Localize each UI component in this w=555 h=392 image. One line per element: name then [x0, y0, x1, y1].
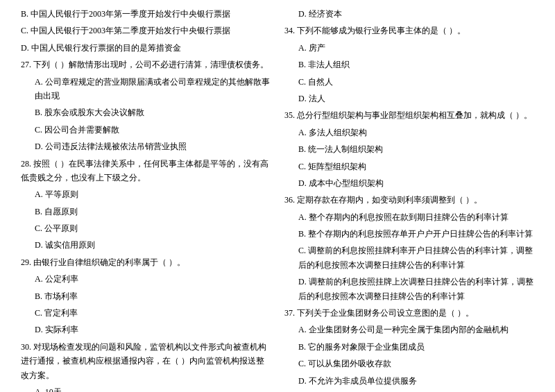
q27b-text: B. 股东会或股东大会决议解散 [21, 105, 271, 119]
q35b-text: B. 统一法人制组织架构 [284, 142, 534, 156]
question-29a: A. 公定利率 [21, 272, 271, 286]
q27c-text: C. 因公司合并需要解散 [21, 123, 271, 137]
question-28b: B. 自愿原则 [21, 205, 271, 219]
q36d-text: D. 调整前的利息按照挂牌上次调整日挂牌公告的利率计算，调整后的利息按照本次调整… [284, 275, 534, 303]
q37c-text: C. 可以从集团外吸收存款 [284, 357, 534, 370]
q30a-text: A. 10天 [21, 385, 271, 392]
question-d-zhongguo3: D. 中国人民银行发行票据的目的是筹措资金 [21, 41, 271, 55]
question-34d: D. 法人 [284, 92, 534, 105]
question-29: 29. 由银行业自律组织确定的利率属于（ ）。 [21, 255, 271, 269]
q29-text: 29. 由银行业自律组织确定的利率属于（ ）。 [21, 255, 271, 269]
question-28c: C. 公平原则 [21, 221, 271, 235]
q-b-zhongguo1-text: B. 中国人民银行于2003年第一季度开始发行中央银行票据 [21, 7, 271, 21]
question-35c: C. 矩阵型组织架构 [284, 160, 534, 173]
q35a-text: A. 多法人组织架构 [284, 126, 534, 139]
q29c-text: C. 官定利率 [21, 306, 271, 320]
question-35b: B. 统一法人制组织架构 [284, 142, 534, 156]
question-27: 27. 下列（ ）解散情形出现时，公司不必进行清算，清理债权债务。 [21, 58, 271, 71]
q36a-text: A. 整个存期内的利息按照在款到期日挂牌公告的利率计算 [284, 210, 534, 224]
question-36a: A. 整个存期内的利息按照在款到期日挂牌公告的利率计算 [284, 210, 534, 224]
q35d-text: D. 成本中心型组织架构 [284, 176, 534, 190]
question-34a: A. 房产 [284, 41, 534, 55]
q36-text: 36. 定期存款在存期内，如变动则利率须调整到（ ）。 [284, 193, 534, 207]
two-column-layout: B. 中国人民银行于2003年第一季度开始发行中央银行票据 C. 中国人民银行于… [21, 7, 534, 392]
q29b-text: B. 市场利率 [21, 289, 271, 303]
page-content: B. 中国人民银行于2003年第一季度开始发行中央银行票据 C. 中国人民银行于… [21, 7, 534, 392]
question-35d: D. 成本中心型组织架构 [284, 176, 534, 190]
question-37a: A. 企业集团财务公司是一种完全属于集团内部的金融机构 [284, 323, 534, 336]
q34c-text: C. 自然人 [284, 75, 534, 89]
question-36d: D. 调整前的利息按照挂牌上次调整日挂牌公告的利率计算，调整后的利息按照本次调整… [284, 275, 534, 303]
question-27c: C. 因公司合并需要解散 [21, 123, 271, 137]
question-29d: D. 实际利率 [21, 323, 271, 336]
question-37c: C. 可以从集团外吸收存款 [284, 357, 534, 370]
question-30: 30. 对现场检查发现的问题和风险，监管机构以文件形式向被查机构进行通报，被查机… [21, 340, 271, 382]
question-33d: D. 经济资本 [284, 7, 534, 21]
question-35a: A. 多法人组织架构 [284, 126, 534, 139]
q36b-text: B. 整个存期内的利息按照存单开户户开户日挂牌公告的利率计算 [284, 227, 534, 241]
q33d-text: D. 经济资本 [284, 7, 534, 21]
question-36: 36. 定期存款在存期内，如变动则利率须调整到（ ）。 [284, 193, 534, 207]
q28-text: 28. 按照（ ）在民事法律关系中，任何民事主体都是平等的，没有高低贵贱之分，也… [21, 157, 271, 185]
q-d-zhongguo3-text: D. 中国人民银行发行票据的目的是筹措资金 [21, 41, 271, 55]
question-34: 34. 下列不能够成为银行业务民事主体的是（ ）。 [284, 24, 534, 37]
q28c-text: C. 公平原则 [21, 221, 271, 235]
question-c-zhongguo2: C. 中国人民银行于2003年第二季度开始发行中央银行票据 [21, 24, 271, 37]
q-c-zhongguo2-text: C. 中国人民银行于2003年第二季度开始发行中央银行票据 [21, 24, 271, 37]
question-b-zhongguo1: B. 中国人民银行于2003年第一季度开始发行中央银行票据 [21, 7, 271, 21]
question-28: 28. 按照（ ）在民事法律关系中，任何民事主体都是平等的，没有高低贵贱之分，也… [21, 157, 271, 185]
question-37d: D. 不允许为非成员单位提供服务 [284, 374, 534, 388]
question-37: 37. 下列关于企业集团财务公司设立意图的是（ ）。 [284, 306, 534, 320]
q28a-text: A. 平等原则 [21, 187, 271, 201]
q34d-text: D. 法人 [284, 92, 534, 105]
q35c-text: C. 矩阵型组织架构 [284, 160, 534, 173]
q27-text: 27. 下列（ ）解散情形出现时，公司不必进行清算，清理债权债务。 [21, 58, 271, 71]
q37d-text: D. 不允许为非成员单位提供服务 [284, 374, 534, 388]
q27a-text: A. 公司章程规定的营业期限届满或者公司章程规定的其他解散事由出现 [21, 75, 271, 103]
question-36c: C. 调整前的利息按照挂牌利率开户日挂牌公告的利率计算，调整后的利息按照本次调整… [284, 244, 534, 272]
question-35: 35. 总分行型组织架构与事业部型组织架构相互叠加，就构成（ ）。 [284, 108, 534, 122]
question-36b: B. 整个存期内的利息按照存单开户户开户日挂牌公告的利率计算 [284, 227, 534, 241]
question-27d: D. 公司违反法律法规被依法吊销营业执照 [21, 139, 271, 153]
q29a-text: A. 公定利率 [21, 272, 271, 286]
q34b-text: B. 非法人组织 [284, 58, 534, 71]
question-29c: C. 官定利率 [21, 306, 271, 320]
q37a-text: A. 企业集团财务公司是一种完全属于集团内部的金融机构 [284, 323, 534, 336]
question-27a: A. 公司章程规定的营业期限届满或者公司章程规定的其他解散事由出现 [21, 75, 271, 103]
q36c-text: C. 调整前的利息按照挂牌利率开户日挂牌公告的利率计算，调整后的利息按照本次调整… [284, 244, 534, 272]
q34a-text: A. 房产 [284, 41, 534, 55]
question-34b: B. 非法人组织 [284, 58, 534, 71]
q34-text: 34. 下列不能够成为银行业务民事主体的是（ ）。 [284, 24, 534, 37]
q30-text: 30. 对现场检查发现的问题和风险，监管机构以文件形式向被查机构进行通报，被查机… [21, 340, 271, 382]
q28b-text: B. 自愿原则 [21, 205, 271, 219]
question-30a: A. 10天 [21, 385, 271, 392]
left-column: B. 中国人民银行于2003年第一季度开始发行中央银行票据 C. 中国人民银行于… [21, 7, 278, 392]
question-28a: A. 平等原则 [21, 187, 271, 201]
question-27b: B. 股东会或股东大会决议解散 [21, 105, 271, 119]
q37b-text: B. 它的服务对象限于企业集团成员 [284, 340, 534, 354]
question-37b: B. 它的服务对象限于企业集团成员 [284, 340, 534, 354]
q35-text: 35. 总分行型组织架构与事业部型组织架构相互叠加，就构成（ ）。 [284, 108, 534, 122]
question-29b: B. 市场利率 [21, 289, 271, 303]
q27d-text: D. 公司违反法律法规被依法吊销营业执照 [21, 139, 271, 153]
q37-text: 37. 下列关于企业集团财务公司设立意图的是（ ）。 [284, 306, 534, 320]
question-34c: C. 自然人 [284, 75, 534, 89]
q29d-text: D. 实际利率 [21, 323, 271, 336]
question-28d: D. 诚实信用原则 [21, 238, 271, 252]
q28d-text: D. 诚实信用原则 [21, 238, 271, 252]
right-column: D. 经济资本 34. 下列不能够成为银行业务民事主体的是（ ）。 A. 房产 … [278, 7, 534, 392]
